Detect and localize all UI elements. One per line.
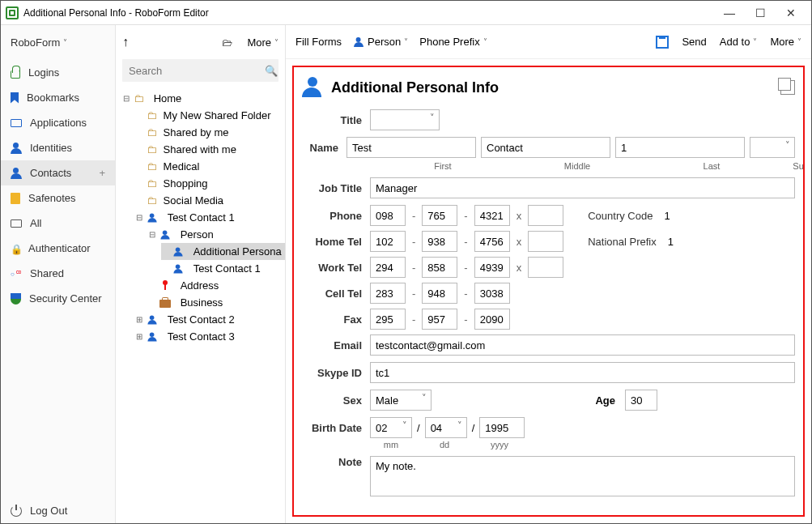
tree-folder[interactable]: 🗀 Social Media — [135, 192, 285, 209]
nav-safenotes[interactable]: Safenotes — [1, 185, 115, 211]
hometel-1[interactable] — [370, 231, 406, 252]
nav-contacts[interactable]: Contacts+ — [1, 160, 115, 185]
celltel-1[interactable] — [370, 283, 406, 304]
send-button[interactable]: Send — [682, 36, 706, 48]
person-icon — [302, 77, 323, 98]
last-name-input[interactable] — [615, 137, 745, 158]
label-email: Email — [302, 339, 370, 351]
sublabel-mm: mm — [370, 440, 412, 449]
up-arrow-icon[interactable]: ↑ — [122, 35, 129, 49]
copy-icon[interactable] — [780, 80, 795, 95]
phone-prefix-dropdown[interactable]: Phone Prefix˅ — [419, 36, 487, 48]
nav-applications[interactable]: Applications — [1, 110, 115, 135]
tree-contact2[interactable]: ⊞ Test Contact 2 — [135, 311, 285, 328]
worktel-2[interactable] — [422, 257, 457, 278]
brand-menu[interactable]: RoboForm ˅ — [1, 25, 115, 60]
more-dropdown[interactable]: More˅ — [770, 36, 801, 48]
nav-shared[interactable]: Shared — [1, 261, 115, 286]
tree-folder[interactable]: 🗀 Shared with me — [135, 141, 285, 158]
label-jobtitle: Job Title — [302, 182, 370, 194]
fax-1[interactable] — [370, 309, 406, 330]
label-phone: Phone — [302, 210, 370, 222]
tree-address[interactable]: Address — [148, 277, 285, 294]
save-icon[interactable] — [656, 36, 669, 49]
tree-testcontact1[interactable]: Test Contact 1 — [161, 260, 285, 277]
addto-dropdown[interactable]: Add to˅ — [720, 36, 758, 48]
celltel-3[interactable] — [474, 283, 510, 304]
label-country-code: Country Code — [588, 210, 653, 222]
more-menu[interactable]: More — [247, 36, 271, 49]
tree-folder[interactable]: 🗀 Shared by me — [135, 124, 285, 141]
person-dropdown[interactable]: Person˅ — [353, 36, 408, 48]
search-icon[interactable]: 🔍 — [265, 65, 278, 77]
plus-icon[interactable]: + — [99, 167, 105, 179]
toolbar: Fill Forms Person˅ Phone Prefix˅ Send Ad… — [286, 25, 811, 59]
phone-2[interactable] — [422, 205, 457, 226]
search-box[interactable]: 🔍 — [122, 59, 278, 82]
value-national-prefix: 1 — [668, 236, 674, 248]
tree-home[interactable]: ⊟🗀 Home — [122, 90, 285, 107]
titlebar: Additional Personal Info - RoboForm Edit… — [1, 1, 811, 25]
minimize-button[interactable]: — — [724, 7, 735, 19]
label-title: Title — [302, 114, 370, 126]
logout-button[interactable]: Log Out — [1, 498, 115, 523]
hometel-3[interactable] — [474, 231, 510, 252]
worktel-ext[interactable] — [528, 257, 563, 278]
nav-logins[interactable]: Logins — [1, 60, 115, 85]
nav-label: Applications — [30, 117, 87, 129]
note-input[interactable]: My note. — [370, 456, 795, 496]
search-input[interactable] — [129, 65, 265, 77]
tree-additional-personal[interactable]: Additional Persona — [161, 243, 285, 260]
close-button[interactable]: ✕ — [785, 7, 797, 19]
phone-3[interactable] — [474, 205, 510, 226]
pin-icon — [159, 280, 171, 292]
worktel-3[interactable] — [474, 257, 510, 278]
nav-all[interactable]: All — [1, 211, 115, 236]
sublabel-suffix: Suffix — [781, 161, 805, 171]
birth-yyyy[interactable] — [479, 417, 525, 438]
tree-contact3[interactable]: ⊞ Test Contact 3 — [135, 328, 285, 345]
age-input[interactable] — [625, 390, 657, 411]
nav-bookmarks[interactable]: Bookmarks — [1, 85, 115, 110]
nav-label: Contacts — [30, 167, 71, 179]
suffix-select[interactable] — [750, 137, 795, 158]
email-input[interactable] — [370, 334, 795, 356]
phone-1[interactable] — [370, 205, 406, 226]
nav-authenticator[interactable]: Authenticator — [1, 236, 115, 261]
label-age: Age — [595, 394, 625, 407]
maximize-button[interactable]: ☐ — [755, 7, 766, 19]
tree-business[interactable]: Business — [148, 294, 285, 311]
tree-contact[interactable]: ⊟ Test Contact 1 — [135, 209, 285, 226]
title-select[interactable] — [370, 109, 440, 130]
bookmark-icon — [11, 92, 19, 104]
tree-folder[interactable]: 🗀 My New Shared Folder — [135, 107, 285, 124]
nav-label: Security Center — [29, 292, 102, 305]
fax-3[interactable] — [474, 309, 510, 330]
sublabel-dd: dd — [423, 440, 466, 449]
nav-identities[interactable]: Identities — [1, 135, 115, 160]
form-heading: Additional Personal Info — [331, 79, 499, 96]
middle-name-input[interactable] — [481, 137, 610, 158]
tree-folder[interactable]: 🗀 Shopping — [135, 175, 285, 192]
label-national-prefix: National Prefix — [588, 236, 657, 248]
fax-2[interactable] — [422, 309, 457, 330]
share-icon — [11, 268, 22, 279]
tree-person[interactable]: ⊟ Person — [148, 226, 285, 243]
first-name-input[interactable] — [346, 137, 476, 158]
skype-input[interactable] — [370, 362, 795, 383]
fill-forms-button[interactable]: Fill Forms — [295, 36, 342, 48]
worktel-1[interactable] — [370, 257, 406, 278]
phone-ext[interactable] — [528, 205, 563, 226]
sex-select[interactable]: Male — [370, 390, 432, 411]
celltel-2[interactable] — [422, 283, 457, 304]
jobtitle-input[interactable] — [370, 177, 795, 198]
tree-folder[interactable]: 🗀 Medical — [135, 158, 285, 175]
birth-dd[interactable]: 04 — [425, 417, 467, 438]
nav-security-center[interactable]: Security Center — [1, 286, 115, 311]
hometel-2[interactable] — [422, 231, 457, 252]
birth-mm[interactable]: 02 — [370, 417, 412, 438]
brand-label: RoboForm — [11, 36, 60, 49]
folder-open-icon[interactable]: 🗁 — [222, 36, 232, 49]
hometel-ext[interactable] — [528, 231, 563, 252]
label-celltel: Cell Tel — [302, 288, 370, 300]
